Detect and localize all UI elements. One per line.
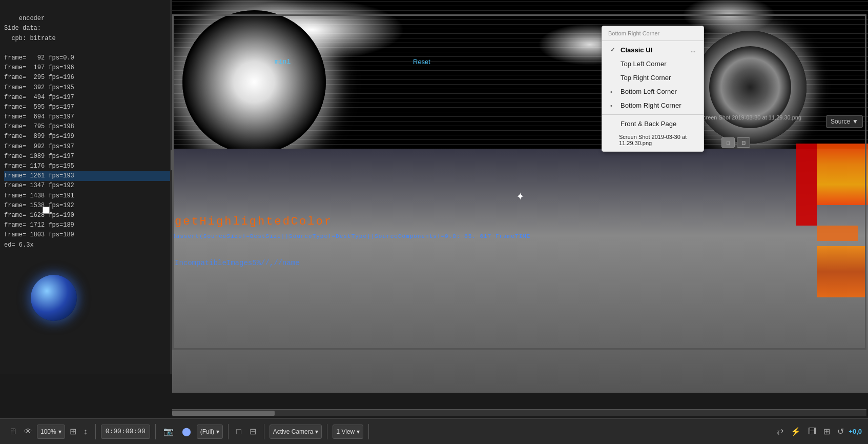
color-wheel-icon[interactable]: ⬤	[179, 425, 194, 438]
monitor-icon[interactable]: 🖥	[6, 426, 19, 438]
camera-chevron-icon: ▾	[315, 428, 318, 435]
blob-right	[694, 31, 807, 144]
separator-3	[228, 424, 229, 439]
source-chevron-icon: ▼	[852, 118, 858, 125]
grid-icon[interactable]: ⊞	[821, 425, 833, 438]
check-empty-3: •	[610, 89, 616, 95]
dropdown-divider-2	[602, 114, 704, 115]
check-icon: ✓	[610, 47, 616, 53]
dropdown-item-label: Classic UI	[621, 46, 652, 54]
color-mode-dropdown[interactable]: (Full) ▾	[197, 425, 223, 439]
sphere-object	[31, 275, 77, 321]
separator-4	[264, 424, 264, 439]
separator-2	[155, 424, 156, 439]
dropdown-divider-1	[602, 41, 704, 41]
sync-icon[interactable]: ⚡	[788, 425, 803, 438]
zoom-value: 100%	[40, 428, 56, 435]
dropdown-item-label-3: Top Right Corner	[621, 74, 671, 82]
toolbar-left: 🖥 👁 100% ▾ ⊞ ↕	[6, 425, 90, 439]
dropdown-item-label-7: Screen Shot 2019-03-30 at 11.29.30.png	[619, 134, 695, 146]
dropdown-item-bottom-right[interactable]: • Bottom Right Corner	[602, 98, 704, 112]
viewport-hscrollbar[interactable]	[172, 409, 866, 416]
check-empty-4: •	[610, 103, 616, 109]
glitch-text-1: getHighlightedColor	[175, 215, 333, 228]
dropdown-item-label-5: Bottom Right Corner	[621, 102, 681, 109]
refresh-icon[interactable]: ↺	[835, 425, 846, 438]
zoom-chevron-icon: ▾	[58, 428, 61, 435]
frame-indicator	[43, 207, 50, 214]
blob-left	[182, 10, 326, 149]
main-viewport[interactable]: getHighlightedColor Bassert(SourceSize!=…	[172, 0, 868, 393]
dropdown-item-top-left[interactable]: Top Left Corner	[602, 57, 704, 71]
timecode-value: 0:00:00:00	[106, 428, 146, 435]
viewport-icon-2[interactable]: ⊟	[737, 137, 750, 148]
dropdown-item-classic-ui[interactable]: ✓ Classic UI ...	[602, 43, 704, 57]
dropdown-menu[interactable]: Bottom Right Corner ✓ Classic UI ... Top…	[602, 26, 704, 152]
dropdown-title: Bottom Right Corner	[602, 28, 704, 38]
copy-icon[interactable]: ⇄	[774, 425, 786, 438]
view-mode-dropdown[interactable]: 1 View ▾	[333, 425, 363, 439]
dropdown-item-screenshot[interactable]: Screen Shot 2019-03-30 at 11.29.30.png	[602, 131, 704, 149]
console-panel: encoder Side data: cpb: bitrate frame= 9…	[0, 0, 174, 374]
console-line-2: frame= 1347 fps=192 frame= 1438 fps=191 …	[4, 182, 74, 248]
timecode-display[interactable]: 0:00:00:00	[101, 425, 150, 439]
dropdown-shortcut: ...	[691, 47, 695, 53]
viewport-icon-1[interactable]: □	[721, 137, 735, 148]
color-mode-value: (Full)	[200, 428, 214, 435]
filename-label: Screen Shot 2019-03-30 at 11.29.30.png	[699, 114, 801, 120]
source-dropdown[interactable]: Source ▼	[826, 115, 863, 128]
distortion-area	[172, 0, 868, 149]
viewport-content: getHighlightedColor Bassert(SourceSize!=…	[172, 0, 868, 393]
dropdown-item-top-right[interactable]: Top Right Corner	[602, 71, 704, 85]
color-mode-chevron-icon: ▾	[216, 428, 219, 435]
camera-value: Active Camera	[273, 428, 314, 435]
reset-button[interactable]: Reset	[413, 58, 430, 66]
source-label: Source	[831, 118, 850, 125]
transform-icon[interactable]: ↕	[81, 426, 90, 438]
render-icon[interactable]: □	[234, 426, 244, 438]
sequence-icon[interactable]: ⊟	[247, 425, 259, 438]
viewport-hscrollbar-thumb[interactable]	[172, 411, 275, 416]
zoom-dropdown[interactable]: 100% ▾	[37, 425, 65, 439]
view-mode-chevron-icon: ▾	[357, 428, 360, 435]
glitch-block-orange-3	[817, 246, 865, 297]
viewport-icon-group: □ ⊟	[721, 137, 750, 148]
separator-6	[368, 424, 369, 439]
console-selected-line: frame= 1261 fps=193	[4, 171, 170, 181]
glitch-blocks	[817, 144, 868, 318]
coordinate-display: +0,0	[849, 428, 862, 435]
view-mode-value: 1 View	[336, 428, 355, 435]
film-strip-icon[interactable]: 🎞	[805, 426, 819, 438]
camera-icon[interactable]: 👁	[22, 426, 35, 438]
separator-1	[95, 424, 96, 439]
frame-select-icon[interactable]: ⊞	[67, 425, 79, 438]
viewport-crosshair	[512, 189, 528, 204]
camera-dropdown[interactable]: Active Camera ▾	[270, 425, 322, 439]
glitch-block-orange-1	[817, 144, 868, 205]
bottom-toolbar: 🖥 👁 100% ▾ ⊞ ↕ 0:00:00:00 📷 ⬤ (Full) ▾ □…	[0, 418, 868, 444]
dropdown-item-label-4: Bottom Left Corner	[621, 88, 677, 95]
dropdown-item-label-2: Top Left Corner	[621, 60, 667, 68]
viewport-label: minl	[275, 58, 291, 66]
dropdown-item-bottom-left[interactable]: • Bottom Left Corner	[602, 85, 704, 98]
dropdown-item-label-6: Front & Back Page	[621, 120, 676, 128]
toolbar-right: ⇄ ⚡ 🎞 ⊞ ↺ +0,0	[774, 425, 862, 438]
glitch-block-red	[796, 144, 817, 226]
console-output: encoder Side data: cpb: bitrate frame= 9…	[4, 4, 170, 260]
snapshot-icon[interactable]: 📷	[161, 425, 176, 438]
separator-5	[327, 424, 327, 439]
dropdown-item-front-back[interactable]: Front & Back Page	[602, 117, 704, 131]
console-line: encoder Side data: cpb: bitrate frame= 9…	[4, 15, 74, 170]
glitch-text-3: IncompatibleImages5%//,//name	[175, 259, 300, 267]
glitch-text-2: Bassert(SourceSize!=DestSize||SourceType…	[172, 233, 868, 239]
glitch-block-orange-2	[817, 226, 858, 241]
